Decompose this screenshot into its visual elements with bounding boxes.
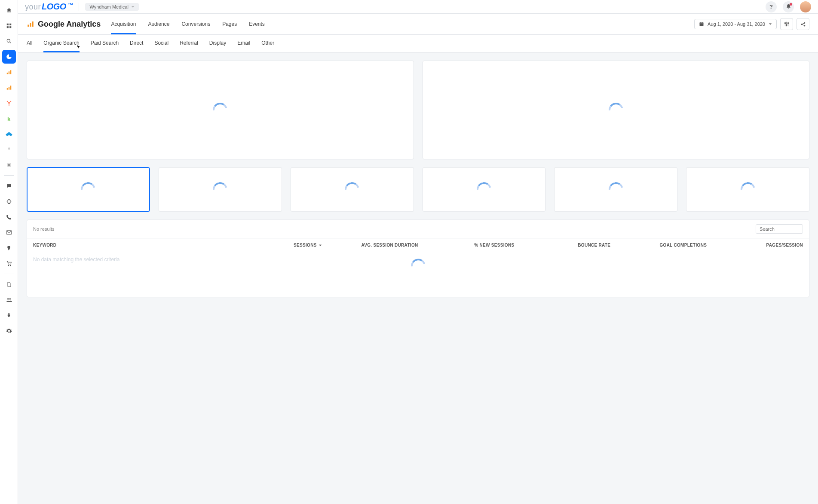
svg-point-22 [7, 163, 11, 167]
user-avatar[interactable] [800, 1, 811, 12]
sidebar-analytics-active[interactable] [2, 50, 16, 64]
svg-rect-8 [10, 70, 11, 74]
logo-part1: your [25, 3, 41, 12]
metric-card-5[interactable] [554, 167, 677, 212]
sidebar-goal[interactable] [2, 195, 16, 208]
sidebar-k[interactable]: k [2, 112, 16, 125]
sidebar-search[interactable] [2, 34, 16, 48]
chart-card-large-1 [27, 61, 414, 159]
tab-audience[interactable]: Audience [148, 15, 169, 34]
chart-card-large-2 [423, 61, 810, 159]
sidebar-target[interactable] [2, 158, 16, 172]
table-header-row: KEYWORD SESSIONS AVG. SESSION DURATION %… [27, 238, 809, 252]
sidebar-cart[interactable] [2, 257, 16, 270]
svg-rect-34 [700, 23, 704, 24]
sidebar-plug[interactable] [2, 309, 16, 322]
svg-line-46 [802, 23, 804, 24]
loading-spinner-icon [739, 181, 756, 198]
col-pages-session[interactable]: PAGES/SESSION [707, 243, 803, 247]
sub-tabs: All Organic Search Paid Search Direct So… [18, 35, 818, 53]
col-avg-session-duration[interactable]: AVG. SESSION DURATION [322, 243, 418, 247]
notifications-button[interactable] [783, 1, 794, 12]
svg-rect-6 [6, 73, 7, 74]
svg-rect-31 [30, 23, 31, 27]
subtab-organic-search[interactable]: Organic Search [43, 35, 79, 52]
help-icon: ? [769, 3, 773, 10]
logo[interactable]: your LOGO TM [25, 2, 73, 12]
metric-card-4[interactable] [423, 167, 546, 212]
sort-desc-icon [319, 244, 322, 247]
subtab-direct[interactable]: Direct [130, 35, 143, 52]
svg-point-40 [784, 23, 785, 24]
sidebar-settings[interactable] [2, 324, 16, 338]
cursor-icon [76, 45, 81, 50]
subtab-all[interactable]: All [27, 35, 32, 52]
tab-events[interactable]: Events [249, 15, 265, 34]
content-area: No results KEYWORD SESSIONS AVG. SESSION… [18, 53, 818, 305]
sidebar-map[interactable] [2, 241, 16, 255]
loading-spinner-icon [80, 181, 97, 198]
sidebar-home[interactable] [2, 3, 16, 17]
svg-line-5 [9, 42, 11, 43]
sidebar-users[interactable] [2, 293, 16, 307]
loading-spinner-icon [212, 101, 229, 118]
share-button[interactable] [797, 18, 809, 30]
subtab-paid-search[interactable]: Paid Search [91, 35, 119, 52]
sidebar-salesforce[interactable] [2, 127, 16, 141]
left-sidebar: k [0, 0, 18, 504]
metric-card-2[interactable] [159, 167, 282, 212]
help-button[interactable]: ? [766, 1, 777, 12]
subtab-display[interactable]: Display [209, 35, 226, 52]
client-name: Wyndham Medical [89, 4, 128, 9]
date-range-picker[interactable]: Aug 1, 2020 - Aug 31, 2020 [694, 19, 777, 29]
svg-rect-1 [9, 24, 11, 25]
sidebar-mail[interactable] [2, 226, 16, 239]
sidebar-plant[interactable] [2, 143, 16, 156]
svg-point-23 [8, 164, 10, 166]
svg-point-44 [804, 22, 805, 23]
sidebar-ga-2[interactable] [2, 81, 16, 95]
svg-rect-32 [32, 21, 34, 27]
metric-card-6[interactable] [686, 167, 809, 212]
caret-down-icon [131, 5, 135, 9]
tab-acquisition[interactable]: Acquisition [111, 15, 136, 34]
svg-rect-36 [702, 22, 703, 23]
svg-rect-11 [10, 86, 11, 89]
col-bounce-rate[interactable]: BOUNCE RATE [514, 243, 610, 247]
page-title: Google Analytics [38, 20, 101, 29]
col-keyword[interactable]: KEYWORD [33, 243, 226, 247]
settings-sliders-button[interactable] [780, 18, 793, 30]
subtab-email[interactable]: Email [237, 35, 250, 52]
sidebar-ga-1[interactable] [2, 65, 16, 79]
sidebar-file[interactable] [2, 278, 16, 291]
col-sessions[interactable]: SESSIONS [226, 243, 322, 247]
svg-point-43 [801, 24, 802, 24]
svg-point-21 [9, 134, 12, 136]
loading-spinner-icon [410, 257, 426, 274]
subtab-referral[interactable]: Referral [180, 35, 198, 52]
logo-tm: TM [68, 2, 73, 6]
notification-dot [790, 3, 792, 6]
col-goal-completions[interactable]: GOAL COMPLETIONS [610, 243, 707, 247]
loading-spinner-icon [607, 101, 624, 118]
subtab-other[interactable]: Other [261, 35, 274, 52]
sidebar-phone[interactable] [2, 210, 16, 224]
tab-conversions[interactable]: Conversions [181, 15, 210, 34]
tab-pages[interactable]: Pages [222, 15, 237, 34]
date-range-label: Aug 1, 2020 - Aug 31, 2020 [708, 21, 765, 27]
sidebar-chat[interactable] [2, 179, 16, 193]
svg-point-41 [786, 24, 787, 25]
client-switcher[interactable]: Wyndham Medical [85, 3, 138, 11]
svg-rect-3 [9, 26, 11, 28]
loading-spinner-icon [475, 181, 492, 198]
subtab-social[interactable]: Social [154, 35, 169, 52]
metric-card-1[interactable] [27, 167, 150, 212]
table-loading-spinner [411, 259, 426, 273]
sidebar-hubspot[interactable] [2, 96, 16, 110]
col-new-sessions[interactable]: % NEW SESSIONS [418, 243, 515, 247]
svg-point-4 [7, 39, 10, 42]
metric-card-3[interactable] [291, 167, 414, 212]
table-search-input[interactable] [756, 224, 803, 234]
sidebar-apps[interactable] [2, 19, 16, 33]
svg-rect-2 [6, 26, 8, 28]
